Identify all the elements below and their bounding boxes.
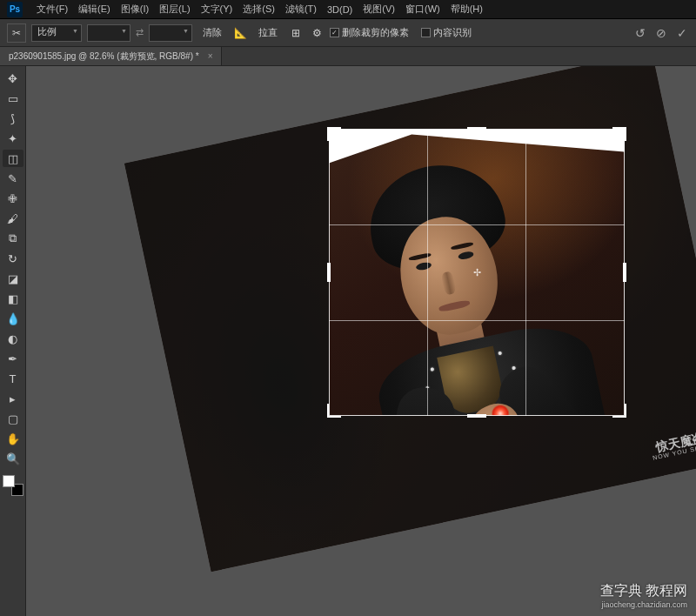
checkbox-icon [421, 28, 431, 37]
checkbox-icon: ✓ [330, 28, 339, 37]
crop-handle-top[interactable] [467, 127, 486, 131]
content-aware-checkbox[interactable]: 内容识别 [421, 26, 472, 39]
gradient-tool[interactable]: ◧ [3, 290, 23, 307]
crop-handle-tr[interactable] [612, 127, 626, 141]
commit-crop-icon[interactable]: ✓ [677, 26, 687, 40]
menu-file[interactable]: 文件(F) [31, 3, 73, 16]
zoom-tool[interactable]: 🔍 [3, 450, 23, 467]
crop-grid-line [525, 129, 526, 416]
type-tool[interactable]: T [3, 370, 23, 387]
blur-tool[interactable]: 💧 [3, 310, 23, 327]
menu-window[interactable]: 窗口(W) [400, 3, 445, 16]
hand-tool[interactable]: ✋ [3, 430, 23, 447]
healing-brush-tool[interactable]: ✙ [3, 190, 23, 207]
overlay-grid-icon[interactable]: ⊞ [288, 25, 304, 41]
document-filename: p2360901585.jpg [9, 51, 76, 61]
delete-cropped-label: 删除裁剪的像素 [342, 26, 409, 39]
menu-layer[interactable]: 图层(L) [154, 3, 195, 16]
delete-cropped-checkbox[interactable]: ✓ 删除裁剪的像素 [330, 26, 409, 39]
app-logo-icon: Ps [7, 2, 23, 17]
watermark-url: jiaocheng.chazidian.com [600, 600, 687, 609]
canvas-area[interactable]: 惊天魔盗团2 NOW YOU SEE ME 2 [26, 66, 696, 616]
marquee-tool[interactable]: ▭ [3, 90, 23, 107]
menu-3d[interactable]: 3D(D) [322, 4, 358, 15]
dodge-tool[interactable]: ◐ [3, 330, 23, 347]
eraser-tool[interactable]: ◪ [3, 270, 23, 287]
menu-filter[interactable]: 滤镜(T) [280, 3, 322, 16]
crop-grid-line [427, 129, 428, 416]
brush-tool[interactable]: 🖌 [3, 210, 23, 227]
crop-options-gear-icon[interactable]: ⚙ [309, 25, 325, 41]
workspace: ✥ ▭ ⟆ ✦ ◫ ✎ ✙ 🖌 ⧉ ↻ ◪ ◧ 💧 ◐ ✒ T ▸ ▢ ✋ 🔍 … [0, 66, 696, 616]
close-tab-icon[interactable]: × [208, 51, 213, 61]
menu-image[interactable]: 图像(I) [116, 3, 154, 16]
cancel-crop-icon[interactable]: ⊘ [656, 26, 666, 40]
ratio-preset-dropdown[interactable]: 比例 [31, 24, 82, 42]
crop-handle-tl[interactable] [327, 127, 341, 141]
document-tabbar: p2360901585.jpg @ 82.6% (裁剪预览, RGB/8#) *… [0, 47, 696, 66]
crop-handle-bl[interactable] [327, 404, 341, 418]
menu-select[interactable]: 选择(S) [238, 3, 280, 16]
document-tab[interactable]: p2360901585.jpg @ 82.6% (裁剪预览, RGB/8#) *… [0, 47, 222, 65]
artboard: 惊天魔盗团2 NOW YOU SEE ME 2 [92, 77, 649, 590]
main-menubar: Ps 文件(F) 编辑(E) 图像(I) 图层(L) 文字(Y) 选择(S) 滤… [0, 0, 696, 19]
crop-tool[interactable]: ◫ [3, 150, 23, 167]
straighten-icon[interactable]: 📐 [232, 25, 248, 41]
crop-center-icon: ✢ [472, 267, 482, 278]
watermark-brand: 查字典 教程网 [600, 582, 687, 600]
ratio-width-input[interactable] [87, 24, 130, 42]
watermark: 查字典 教程网 jiaocheng.chazidian.com [600, 582, 687, 609]
document-zoom: @ [76, 51, 90, 61]
options-bar: ✂ 比例 ⇄ 清除 📐 拉直 ⊞ ⚙ ✓ 删除裁剪的像素 内容识别 ↺ ⊘ ✓ [0, 19, 696, 47]
eyedropper-tool[interactable]: ✎ [3, 170, 23, 187]
crop-handle-left[interactable] [327, 263, 331, 282]
crop-tool-indicator-icon[interactable]: ✂ [7, 23, 26, 43]
color-swatches[interactable] [3, 475, 23, 496]
tools-panel: ✥ ▭ ⟆ ✦ ◫ ✎ ✙ 🖌 ⧉ ↻ ◪ ◧ 💧 ◐ ✒ T ▸ ▢ ✋ 🔍 [0, 66, 26, 616]
menu-type[interactable]: 文字(Y) [196, 3, 238, 16]
history-brush-tool[interactable]: ↻ [3, 250, 23, 267]
clear-ratio-button[interactable]: 清除 [197, 24, 227, 41]
magic-wand-tool[interactable]: ✦ [3, 130, 23, 147]
content-aware-label: 内容识别 [433, 26, 472, 39]
pen-tool[interactable]: ✒ [3, 350, 23, 367]
shape-tool[interactable]: ▢ [3, 410, 23, 427]
move-tool[interactable]: ✥ [3, 70, 23, 87]
document-meta: (裁剪预览, RGB/8#) * [117, 50, 198, 63]
crop-grid-line [329, 320, 625, 321]
clone-stamp-tool[interactable]: ⧉ [3, 230, 23, 247]
crop-box[interactable]: ✢ [329, 129, 625, 416]
menu-help[interactable]: 帮助(H) [445, 3, 488, 16]
menu-view[interactable]: 视图(V) [358, 3, 400, 16]
path-select-tool[interactable]: ▸ [3, 390, 23, 407]
document-zoom-value: 82.6% [90, 51, 114, 61]
menu-edit[interactable]: 编辑(E) [73, 3, 116, 16]
crop-grid-line [329, 224, 625, 225]
swap-dimensions-icon[interactable]: ⇄ [136, 27, 144, 38]
reset-crop-icon[interactable]: ↺ [635, 26, 646, 40]
lasso-tool[interactable]: ⟆ [3, 110, 23, 127]
crop-handle-br[interactable] [612, 404, 626, 418]
straighten-button[interactable]: 拉直 [253, 24, 283, 41]
crop-handle-right[interactable] [623, 263, 626, 282]
foreground-swatch[interactable] [3, 475, 15, 487]
crop-handle-bottom[interactable] [467, 414, 486, 418]
ratio-height-input[interactable] [149, 24, 192, 42]
